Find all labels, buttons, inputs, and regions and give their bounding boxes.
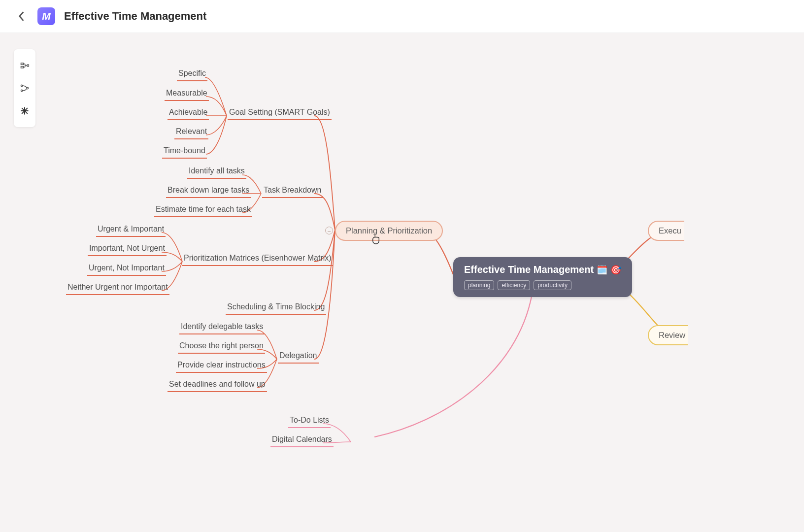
- branch-planning[interactable]: Planning & Prioritization: [335, 221, 443, 241]
- leaf-deleg-deadline[interactable]: Set deadlines and follow up: [168, 380, 267, 392]
- leaf-neither[interactable]: Neither Urgent nor Important: [66, 283, 169, 295]
- leaf-urg-imp[interactable]: Urgent & Important: [96, 225, 166, 237]
- leaf-achievable[interactable]: Achievable: [168, 108, 209, 120]
- leaf-measurable[interactable]: Measurable: [165, 89, 209, 101]
- chevron-left-icon: [18, 11, 25, 22]
- sub-goal-setting[interactable]: Goal Setting (SMART Goals): [228, 108, 332, 120]
- leaf-deleg-choose[interactable]: Choose the right person: [178, 341, 265, 354]
- leaf-deleg-identify[interactable]: Identify delegable tasks: [179, 322, 265, 334]
- target-emoji-icon: 🎯: [610, 265, 621, 275]
- app-logo-icon: M: [37, 7, 55, 25]
- leaf-urg-notimp[interactable]: Urgent, Not Important: [87, 264, 166, 276]
- sub-delegation[interactable]: Delegation: [278, 351, 319, 364]
- tag-productivity[interactable]: productivity: [534, 280, 571, 290]
- header: M Effective Time Management: [0, 0, 804, 33]
- tag-planning[interactable]: planning: [464, 280, 494, 290]
- leaf-estimate-time[interactable]: Estimate time for each task: [154, 205, 252, 217]
- mindmap-canvas[interactable]: Effective Time Management 🗓️ 🎯 planning …: [0, 33, 804, 532]
- back-button[interactable]: [14, 9, 29, 24]
- tag-efficiency[interactable]: efficiency: [498, 280, 530, 290]
- branch-review[interactable]: Review: [648, 325, 688, 345]
- branch-execution[interactable]: Execu: [648, 221, 684, 241]
- branch-review-label: Review: [659, 331, 685, 339]
- sub-task-breakdown[interactable]: Task Breakdown: [262, 186, 323, 198]
- root-tags: planning efficiency productivity: [464, 280, 621, 290]
- leaf-specific[interactable]: Specific: [177, 69, 207, 81]
- leaf-imp-noturg[interactable]: Important, Not Urgent: [88, 244, 167, 256]
- leaf-break-down[interactable]: Break down large tasks: [166, 186, 251, 198]
- branch-planning-label: Planning & Prioritization: [346, 226, 432, 235]
- leaf-digital-calendars[interactable]: Digital Calendars: [270, 435, 334, 447]
- page-title: Effective Time Management: [64, 10, 206, 23]
- sub-scheduling[interactable]: Scheduling & Time Blocking: [226, 302, 326, 315]
- root-node[interactable]: Effective Time Management 🗓️ 🎯 planning …: [453, 257, 632, 297]
- leaf-deleg-instruct[interactable]: Provide clear instructions: [176, 361, 267, 373]
- root-title: Effective Time Management 🗓️ 🎯: [464, 264, 621, 275]
- leaf-timebound[interactable]: Time-bound: [162, 146, 207, 159]
- leaf-todo-lists[interactable]: To-Do Lists: [288, 416, 331, 428]
- leaf-identify-tasks[interactable]: Identify all tasks: [187, 166, 246, 179]
- calendar-emoji-icon: 🗓️: [597, 265, 607, 275]
- branch-execution-label: Execu: [659, 226, 681, 235]
- leaf-relevant[interactable]: Relevant: [174, 127, 208, 139]
- sub-matrices[interactable]: Prioritization Matrices (Eisenhower Matr…: [182, 254, 333, 266]
- root-title-text: Effective Time Management: [464, 264, 594, 275]
- collapse-toggle[interactable]: –: [325, 227, 333, 234]
